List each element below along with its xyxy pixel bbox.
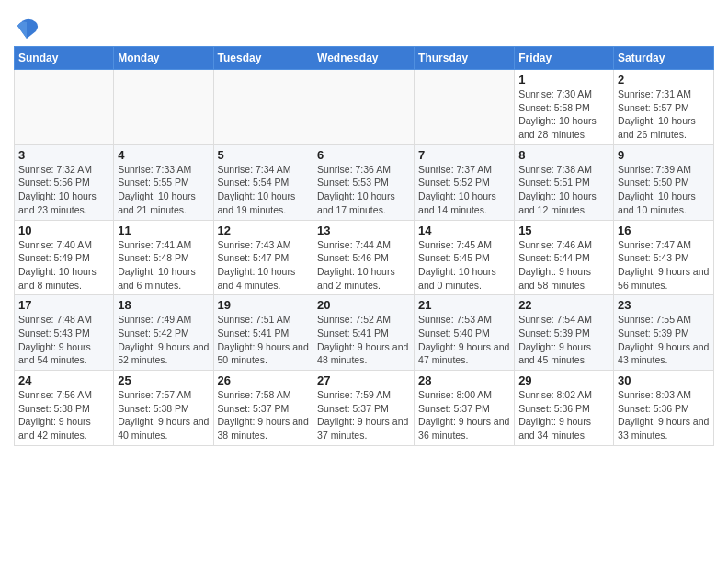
calendar-cell: 2Sunrise: 7:31 AM Sunset: 5:57 PM Daylig…: [614, 70, 714, 145]
day-number: 1: [518, 73, 609, 86]
day-number: 8: [518, 148, 609, 162]
calendar-cell: 17Sunrise: 7:48 AM Sunset: 5:43 PM Dayli…: [15, 295, 114, 371]
day-info: Sunrise: 7:49 AM Sunset: 5:42 PM Dayligh…: [118, 313, 209, 367]
calendar-cell: 24Sunrise: 7:56 AM Sunset: 5:38 PM Dayli…: [15, 371, 114, 446]
calendar-cell: 20Sunrise: 7:52 AM Sunset: 5:41 PM Dayli…: [313, 295, 415, 371]
calendar-cell: 4Sunrise: 7:33 AM Sunset: 5:55 PM Daylig…: [114, 144, 213, 220]
weekday-header: Friday: [515, 47, 614, 70]
calendar-week-row: 17Sunrise: 7:48 AM Sunset: 5:43 PM Dayli…: [15, 295, 714, 371]
day-number: 4: [118, 148, 209, 162]
calendar-week-row: 1Sunrise: 7:30 AM Sunset: 5:58 PM Daylig…: [15, 70, 714, 145]
day-number: 19: [218, 298, 310, 312]
day-number: 5: [218, 148, 310, 162]
day-info: Sunrise: 7:55 AM Sunset: 5:39 PM Dayligh…: [618, 313, 710, 367]
day-number: 3: [18, 148, 109, 162]
day-info: Sunrise: 7:44 AM Sunset: 5:46 PM Dayligh…: [317, 238, 410, 293]
day-info: Sunrise: 7:52 AM Sunset: 5:41 PM Dayligh…: [317, 313, 410, 367]
calendar-cell: 11Sunrise: 7:41 AM Sunset: 5:48 PM Dayli…: [114, 220, 213, 295]
day-number: 24: [18, 373, 109, 387]
day-info: Sunrise: 7:37 AM Sunset: 5:52 PM Dayligh…: [418, 163, 510, 217]
calendar-cell: [213, 70, 313, 145]
day-info: Sunrise: 7:51 AM Sunset: 5:41 PM Dayligh…: [218, 313, 310, 367]
calendar-cell: [415, 70, 515, 145]
day-info: Sunrise: 7:46 AM Sunset: 5:44 PM Dayligh…: [518, 238, 609, 293]
day-info: Sunrise: 7:39 AM Sunset: 5:50 PM Dayligh…: [618, 163, 710, 217]
weekday-header: Wednesday: [313, 47, 415, 70]
day-info: Sunrise: 8:02 AM Sunset: 5:36 PM Dayligh…: [518, 388, 609, 442]
day-info: Sunrise: 8:03 AM Sunset: 5:36 PM Dayligh…: [618, 388, 710, 442]
day-info: Sunrise: 8:00 AM Sunset: 5:37 PM Dayligh…: [418, 388, 510, 442]
calendar-cell: 3Sunrise: 7:32 AM Sunset: 5:56 PM Daylig…: [15, 144, 114, 220]
calendar-cell: 10Sunrise: 7:40 AM Sunset: 5:49 PM Dayli…: [15, 220, 114, 295]
day-number: 20: [317, 298, 410, 312]
calendar-cell: 13Sunrise: 7:44 AM Sunset: 5:46 PM Dayli…: [313, 220, 415, 295]
day-number: 22: [518, 298, 609, 312]
calendar-week-row: 3Sunrise: 7:32 AM Sunset: 5:56 PM Daylig…: [15, 144, 714, 220]
day-number: 21: [418, 298, 510, 312]
logo-icon: [14, 13, 40, 39]
day-number: 23: [618, 298, 710, 312]
day-info: Sunrise: 7:54 AM Sunset: 5:39 PM Dayligh…: [518, 313, 609, 367]
calendar-cell: 30Sunrise: 8:03 AM Sunset: 5:36 PM Dayli…: [614, 371, 714, 446]
weekday-header: Saturday: [614, 47, 714, 70]
day-number: 6: [317, 148, 410, 162]
day-number: 10: [18, 224, 109, 237]
day-number: 18: [118, 298, 209, 312]
day-info: Sunrise: 7:38 AM Sunset: 5:51 PM Dayligh…: [518, 163, 609, 217]
day-info: Sunrise: 7:40 AM Sunset: 5:49 PM Dayligh…: [18, 238, 109, 293]
day-info: Sunrise: 7:31 AM Sunset: 5:57 PM Dayligh…: [618, 87, 710, 142]
calendar-cell: 28Sunrise: 8:00 AM Sunset: 5:37 PM Dayli…: [415, 371, 515, 446]
day-info: Sunrise: 7:53 AM Sunset: 5:40 PM Dayligh…: [418, 313, 510, 367]
calendar-table: SundayMondayTuesdayWednesdayThursdayFrid…: [14, 46, 714, 446]
day-info: Sunrise: 7:45 AM Sunset: 5:45 PM Dayligh…: [418, 238, 510, 293]
calendar-cell: 29Sunrise: 8:02 AM Sunset: 5:36 PM Dayli…: [515, 371, 614, 446]
day-info: Sunrise: 7:43 AM Sunset: 5:47 PM Dayligh…: [218, 238, 310, 293]
calendar-cell: 5Sunrise: 7:34 AM Sunset: 5:54 PM Daylig…: [213, 144, 313, 220]
day-number: 14: [418, 224, 510, 237]
calendar-cell: 22Sunrise: 7:54 AM Sunset: 5:39 PM Dayli…: [515, 295, 614, 371]
day-number: 12: [218, 224, 310, 237]
calendar-cell: 19Sunrise: 7:51 AM Sunset: 5:41 PM Dayli…: [213, 295, 313, 371]
calendar-cell: 14Sunrise: 7:45 AM Sunset: 5:45 PM Dayli…: [415, 220, 515, 295]
day-number: 11: [118, 224, 209, 237]
calendar-cell: 7Sunrise: 7:37 AM Sunset: 5:52 PM Daylig…: [415, 144, 515, 220]
calendar-cell: 27Sunrise: 7:59 AM Sunset: 5:37 PM Dayli…: [313, 371, 415, 446]
day-number: 2: [618, 73, 710, 86]
weekday-header: Sunday: [15, 47, 114, 70]
page-header: [14, 9, 714, 39]
calendar-cell: 23Sunrise: 7:55 AM Sunset: 5:39 PM Dayli…: [614, 295, 714, 371]
calendar-cell: 15Sunrise: 7:46 AM Sunset: 5:44 PM Dayli…: [515, 220, 614, 295]
calendar-cell: [114, 70, 213, 145]
day-number: 27: [317, 373, 410, 387]
day-info: Sunrise: 7:58 AM Sunset: 5:37 PM Dayligh…: [218, 388, 310, 442]
day-info: Sunrise: 7:59 AM Sunset: 5:37 PM Dayligh…: [317, 388, 410, 442]
day-info: Sunrise: 7:33 AM Sunset: 5:55 PM Dayligh…: [118, 163, 209, 217]
day-info: Sunrise: 7:30 AM Sunset: 5:58 PM Dayligh…: [518, 87, 609, 142]
day-number: 28: [418, 373, 510, 387]
calendar-cell: [313, 70, 415, 145]
calendar-cell: 1Sunrise: 7:30 AM Sunset: 5:58 PM Daylig…: [515, 70, 614, 145]
calendar-week-row: 10Sunrise: 7:40 AM Sunset: 5:49 PM Dayli…: [15, 220, 714, 295]
weekday-header: Tuesday: [213, 47, 313, 70]
calendar-cell: 25Sunrise: 7:57 AM Sunset: 5:38 PM Dayli…: [114, 371, 213, 446]
weekday-header: Monday: [114, 47, 213, 70]
calendar-cell: 9Sunrise: 7:39 AM Sunset: 5:50 PM Daylig…: [614, 144, 714, 220]
day-number: 16: [618, 224, 710, 237]
weekday-header: Thursday: [415, 47, 515, 70]
calendar-cell: 6Sunrise: 7:36 AM Sunset: 5:53 PM Daylig…: [313, 144, 415, 220]
calendar-cell: 12Sunrise: 7:43 AM Sunset: 5:47 PM Dayli…: [213, 220, 313, 295]
calendar-cell: 16Sunrise: 7:47 AM Sunset: 5:43 PM Dayli…: [614, 220, 714, 295]
day-info: Sunrise: 7:32 AM Sunset: 5:56 PM Dayligh…: [18, 163, 109, 217]
day-info: Sunrise: 7:34 AM Sunset: 5:54 PM Dayligh…: [218, 163, 310, 217]
calendar-cell: 21Sunrise: 7:53 AM Sunset: 5:40 PM Dayli…: [415, 295, 515, 371]
day-number: 17: [18, 298, 109, 312]
calendar-week-row: 24Sunrise: 7:56 AM Sunset: 5:38 PM Dayli…: [15, 371, 714, 446]
calendar-cell: 18Sunrise: 7:49 AM Sunset: 5:42 PM Dayli…: [114, 295, 213, 371]
day-number: 26: [218, 373, 310, 387]
day-number: 7: [418, 148, 510, 162]
day-number: 25: [118, 373, 209, 387]
page-container: SundayMondayTuesdayWednesdayThursdayFrid…: [0, 0, 728, 455]
calendar-cell: 8Sunrise: 7:38 AM Sunset: 5:51 PM Daylig…: [515, 144, 614, 220]
day-info: Sunrise: 7:57 AM Sunset: 5:38 PM Dayligh…: [118, 388, 209, 442]
day-number: 13: [317, 224, 410, 237]
